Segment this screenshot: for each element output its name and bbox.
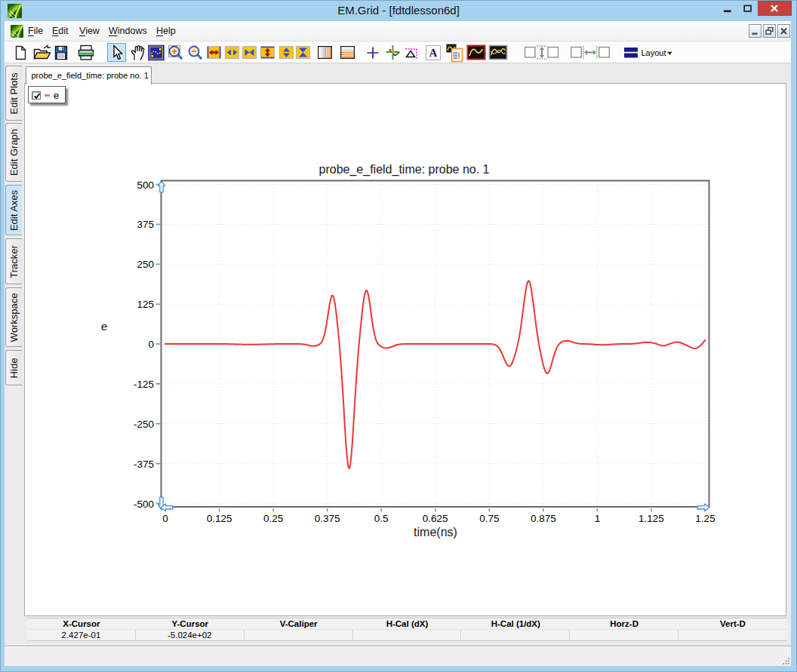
svg-text:0.375: 0.375 xyxy=(315,513,340,524)
svg-text:e: e xyxy=(101,320,108,333)
svg-text:0.25: 0.25 xyxy=(263,513,283,524)
svg-text:-500: -500 xyxy=(134,499,154,510)
svg-text:1.125: 1.125 xyxy=(639,513,664,524)
svg-text:Layout: Layout xyxy=(642,48,666,57)
svg-text:250: 250 xyxy=(137,259,154,270)
svg-text:1.25: 1.25 xyxy=(695,513,715,524)
svg-text:0.125: 0.125 xyxy=(207,513,232,524)
svg-text:0.875: 0.875 xyxy=(531,513,556,524)
svg-text:-375: -375 xyxy=(134,459,154,470)
svg-text:-125: -125 xyxy=(134,379,154,390)
svg-text:0.625: 0.625 xyxy=(423,513,448,524)
svg-text:time(ns): time(ns) xyxy=(414,526,457,539)
svg-text:1: 1 xyxy=(595,513,601,524)
svg-text:0.5: 0.5 xyxy=(374,513,389,524)
svg-text:A: A xyxy=(429,47,438,59)
svg-text:375: 375 xyxy=(137,219,154,230)
svg-text:500: 500 xyxy=(137,180,154,191)
svg-text:125: 125 xyxy=(137,299,154,310)
svg-text:0.75: 0.75 xyxy=(479,513,499,524)
svg-text:-250: -250 xyxy=(134,419,154,430)
svg-text:0: 0 xyxy=(162,513,168,524)
svg-text:probe_e_field_time: probe no.: probe_e_field_time: probe no. 1 xyxy=(319,163,490,176)
svg-text:0: 0 xyxy=(148,339,154,350)
